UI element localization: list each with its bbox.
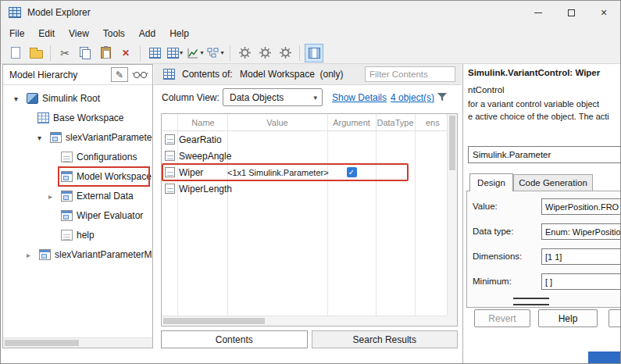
- tree-item-label: Base Workspace: [53, 112, 124, 123]
- column-view-select[interactable]: Data Objects ▾: [223, 88, 323, 106]
- pencil-icon: ✎: [116, 70, 123, 80]
- paste-button[interactable]: [96, 44, 115, 62]
- tree-view-button[interactable]: ▾: [206, 44, 225, 62]
- chevron-down-icon: ▾: [200, 49, 203, 56]
- tree-item-wiper-evaluator[interactable]: Wiper Evaluator: [3, 207, 152, 224]
- table-row-wiperlength[interactable]: WiperLength: [162, 180, 447, 197]
- delete-button[interactable]: ✕: [116, 44, 135, 62]
- tree-item-slexvariantparameterwip[interactable]: ▾ slexVariantParameterWip: [3, 129, 152, 146]
- model-hierarchy-header: Model Hierarchy ✎: [3, 65, 152, 85]
- tree-item-label: slexVariantParameterMult: [55, 249, 152, 260]
- gear-icon: [259, 47, 271, 59]
- table-row-gearratio[interactable]: GearRatio: [162, 131, 447, 148]
- reading-mode-button[interactable]: [131, 67, 148, 82]
- grid-view-button[interactable]: ▾: [166, 44, 184, 62]
- options-button-2[interactable]: [255, 44, 274, 62]
- tree-icon: [207, 47, 219, 59]
- dimensions-field[interactable]: [541, 248, 621, 265]
- row-name: SweepAngle: [177, 151, 227, 162]
- chevron-down-icon[interactable]: ▾: [37, 134, 41, 142]
- chart-view-button[interactable]: ▾: [186, 44, 205, 62]
- horizontal-scrollbar[interactable]: [162, 316, 447, 326]
- column-view-button[interactable]: [305, 44, 323, 62]
- data-type-field[interactable]: [541, 223, 621, 240]
- parameter-icon: [165, 184, 175, 194]
- horizontal-scrollbar[interactable]: [3, 337, 152, 348]
- edit-button[interactable]: ✎: [111, 67, 128, 82]
- tab-contents[interactable]: Contents: [161, 330, 308, 348]
- menu-help[interactable]: Help: [170, 28, 189, 39]
- table-row-sweepangle[interactable]: SweepAngle: [162, 148, 447, 164]
- tab-code-generation[interactable]: Code Generation: [513, 174, 593, 191]
- filter-contents-input[interactable]: [365, 66, 455, 82]
- contents-grid-icon: [163, 69, 175, 80]
- column-header-name[interactable]: Name: [177, 114, 227, 130]
- maximize-button[interactable]: [555, 1, 587, 24]
- row-name: Wiper: [177, 167, 227, 178]
- cut-button[interactable]: ✂: [55, 44, 74, 62]
- panel-title: Model Hierarchy: [9, 70, 77, 80]
- show-contents-button[interactable]: [145, 44, 164, 62]
- argument-checkbox-checked[interactable]: ✓: [347, 167, 357, 177]
- column-header-value[interactable]: Value: [227, 114, 327, 130]
- funnel-icon: [437, 92, 448, 102]
- tree-item-label: Wiper Evaluator: [77, 210, 143, 221]
- parameter-icon: [165, 167, 175, 177]
- scrollbar-thumb[interactable]: [449, 116, 455, 170]
- grid-icon: [149, 48, 161, 59]
- menu-edit[interactable]: Edit: [38, 28, 55, 39]
- column-header-datatype[interactable]: DataType: [376, 114, 415, 130]
- show-details-link[interactable]: Show Details: [332, 92, 387, 103]
- tree-item-configurations[interactable]: Configurations: [3, 148, 152, 166]
- chevron-down-icon[interactable]: ▾: [14, 95, 18, 103]
- help-button[interactable]: Help: [538, 309, 598, 327]
- column-header-argument[interactable]: Argument: [327, 114, 376, 130]
- scrollbar-thumb[interactable]: [163, 318, 265, 324]
- contents-label: Contents of:: [182, 69, 233, 80]
- model-icon: [50, 132, 62, 143]
- tree-item-base-workspace[interactable]: Base Workspace: [3, 109, 152, 127]
- tree-item-simulink-root[interactable]: ▾ Simulink Root: [3, 90, 152, 107]
- toolbar: ✂ ✕ ▾ ▾ ▾: [1, 42, 620, 64]
- parameter-icon: [165, 151, 175, 161]
- toolbar-separator: [230, 45, 230, 61]
- table-header-row: Name Value Argument DataType ens: [162, 114, 447, 131]
- open-model-button[interactable]: [27, 44, 45, 62]
- dialog-title: Simulink.VariantControl: Wiper: [468, 68, 600, 77]
- tree-item-slexvariantparametermult[interactable]: ▸ slexVariantParameterMult: [3, 246, 152, 263]
- row-name: WiperLength: [177, 184, 227, 194]
- simulink-root-icon: [27, 93, 38, 104]
- close-button[interactable]: ×: [587, 1, 620, 24]
- chevron-right-icon[interactable]: ▸: [27, 251, 30, 259]
- minimum-field[interactable]: [541, 273, 621, 290]
- minimize-button[interactable]: [522, 1, 555, 24]
- tab-design[interactable]: Design: [469, 173, 513, 191]
- row-name: GearRatio: [177, 134, 227, 145]
- menu-file[interactable]: File: [9, 28, 24, 39]
- tab-search-results[interactable]: Search Results: [312, 330, 459, 348]
- object-count-link[interactable]: 4 object(s): [391, 92, 434, 103]
- chevron-down-icon: ▾: [313, 94, 317, 102]
- column-header-partial[interactable]: ens: [415, 114, 440, 130]
- divider: [513, 304, 549, 305]
- scrollbar-thumb[interactable]: [5, 340, 79, 346]
- table-row-wiper[interactable]: Wiper <1x1 Simulink.Parameter> ✓: [162, 164, 457, 180]
- tree-item-model-workspace[interactable]: Model Workspace: [3, 168, 152, 185]
- copy-button[interactable]: [76, 44, 95, 62]
- options-button-3[interactable]: [276, 44, 294, 62]
- filter-options-button[interactable]: [437, 92, 448, 105]
- menu-view[interactable]: View: [69, 28, 89, 39]
- new-model-button[interactable]: [6, 44, 25, 62]
- chevron-right-icon[interactable]: ▸: [48, 192, 52, 201]
- revert-button[interactable]: Revert: [474, 309, 530, 327]
- value-field[interactable]: [541, 198, 621, 215]
- menu-add[interactable]: Add: [139, 28, 155, 39]
- vertical-scrollbar[interactable]: [447, 114, 457, 316]
- tree-item-external-data[interactable]: ▸ External Data: [3, 187, 152, 205]
- object-type-field[interactable]: [468, 146, 621, 163]
- tree-item-help[interactable]: help: [3, 227, 152, 244]
- options-button-1[interactable]: [235, 44, 254, 62]
- apply-button-partial[interactable]: [609, 309, 621, 327]
- menu-tools[interactable]: Tools: [103, 28, 125, 39]
- toolbar-separator: [50, 45, 51, 61]
